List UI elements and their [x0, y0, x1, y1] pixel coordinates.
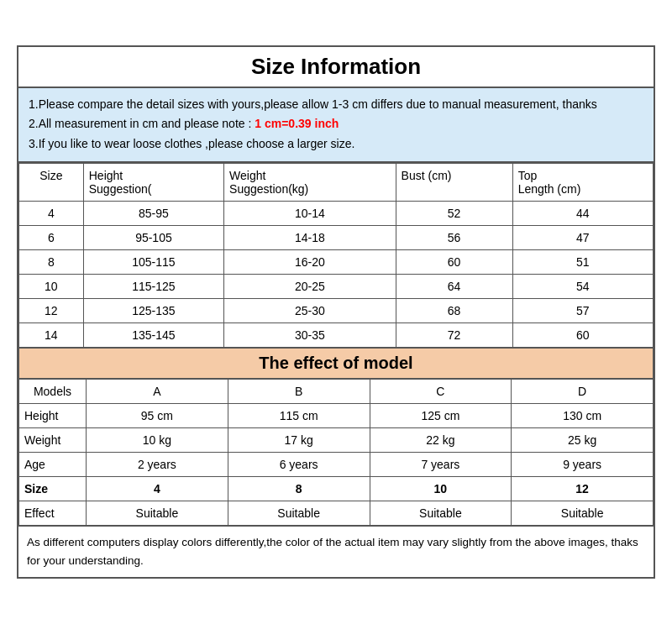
cell-height: 95-105 — [83, 225, 223, 249]
cell-top-length: 60 — [512, 322, 653, 347]
model-row-label: Size — [19, 476, 87, 501]
size-table-row: 14 135-145 30-35 72 60 — [19, 322, 654, 347]
cell-size: 14 — [19, 322, 84, 347]
model-row-value: 12 — [512, 476, 654, 501]
note-2: 2.All measurement in cm and please note … — [29, 114, 643, 134]
model-row-value: 130 cm — [512, 403, 654, 427]
model-data-row: Size481012 — [19, 476, 654, 501]
model-row-value: 95 cm — [87, 403, 228, 427]
cell-size: 4 — [19, 201, 84, 225]
model-row-value: 22 kg — [370, 427, 512, 452]
model-col-header: Models — [19, 379, 87, 403]
model-row-label: Effect — [19, 501, 87, 525]
model-section-header: The effect of model — [19, 348, 654, 378]
cell-top-length: 57 — [512, 298, 653, 322]
size-table: Size HeightSuggestion( WeightSuggestion(… — [18, 163, 654, 348]
model-data-row: Age2 years6 years7 years9 years — [19, 452, 654, 476]
cell-height: 105-115 — [83, 249, 223, 274]
cell-size: 10 — [19, 274, 84, 298]
model-row-value: 4 — [87, 476, 228, 501]
header-weight: WeightSuggestion(kg) — [224, 163, 396, 201]
cell-weight: 30-35 — [224, 322, 396, 347]
model-row-label: Age — [19, 452, 87, 476]
model-col-header: D — [512, 379, 654, 403]
model-row-value: 9 years — [512, 452, 654, 476]
header-height: HeightSuggestion( — [83, 163, 223, 201]
model-col-header: C — [370, 379, 512, 403]
model-table: ModelsABCDHeight95 cm115 cm125 cm130 cmW… — [18, 379, 654, 526]
cell-bust: 56 — [396, 225, 512, 249]
note-3: 3.If you like to wear loose clothes ,ple… — [29, 134, 643, 155]
model-row-value: Suitable — [370, 501, 512, 525]
page-title: Size Information — [18, 47, 654, 88]
note-2-highlight: 1 cm=0.39 inch — [255, 117, 339, 130]
model-row-value: 6 years — [228, 452, 370, 476]
model-section-title: The effect of model — [19, 348, 654, 378]
model-col-header: A — [87, 379, 228, 403]
cell-bust: 52 — [396, 201, 512, 225]
footer-section: As different computers display colors di… — [18, 526, 654, 578]
cell-top-length: 47 — [512, 225, 653, 249]
header-top-length: TopLength (cm) — [512, 163, 653, 201]
model-data-row: Weight10 kg17 kg22 kg25 kg — [19, 427, 654, 452]
size-table-row: 8 105-115 16-20 60 51 — [19, 249, 654, 274]
model-row-value: 125 cm — [370, 403, 512, 427]
cell-top-length: 54 — [512, 274, 653, 298]
size-table-header-row: Size HeightSuggestion( WeightSuggestion(… — [19, 163, 654, 201]
cell-weight: 10-14 — [224, 201, 396, 225]
cell-top-length: 51 — [512, 249, 653, 274]
cell-bust: 64 — [396, 274, 512, 298]
model-row-value: 17 kg — [228, 427, 370, 452]
model-header-table: The effect of model — [18, 348, 654, 379]
cell-bust: 60 — [396, 249, 512, 274]
header-size: Size — [19, 163, 84, 201]
model-col-header: B — [228, 379, 370, 403]
cell-size: 12 — [19, 298, 84, 322]
cell-height: 135-145 — [83, 322, 223, 347]
cell-size: 6 — [19, 225, 84, 249]
model-row-value: 25 kg — [512, 427, 654, 452]
size-table-row: 6 95-105 14-18 56 47 — [19, 225, 654, 249]
cell-height: 115-125 — [83, 274, 223, 298]
header-bust: Bust (cm) — [396, 163, 512, 201]
model-row-value: 7 years — [370, 452, 512, 476]
cell-bust: 72 — [396, 322, 512, 347]
model-row-value: 10 kg — [87, 427, 228, 452]
model-row-value: Suitable — [87, 501, 228, 525]
cell-weight: 14-18 — [224, 225, 396, 249]
model-row-value: Suitable — [512, 501, 654, 525]
cell-bust: 68 — [396, 298, 512, 322]
notes-section: 1.Please compare the detail sizes with y… — [18, 88, 654, 163]
model-data-row: EffectSuitableSuitableSuitableSuitable — [19, 501, 654, 525]
cell-weight: 25-30 — [224, 298, 396, 322]
cell-height: 85-95 — [83, 201, 223, 225]
model-row-value: 10 — [370, 476, 512, 501]
model-row-label: Height — [19, 403, 87, 427]
size-table-row: 12 125-135 25-30 68 57 — [19, 298, 654, 322]
cell-weight: 16-20 — [224, 249, 396, 274]
size-info-container: Size Information 1.Please compare the de… — [17, 45, 655, 579]
cell-top-length: 44 — [512, 201, 653, 225]
model-row-value: Suitable — [228, 501, 370, 525]
model-row-value: 115 cm — [228, 403, 370, 427]
model-row-label: Weight — [19, 427, 87, 452]
model-row-value: 2 years — [87, 452, 228, 476]
cell-weight: 20-25 — [224, 274, 396, 298]
cell-size: 8 — [19, 249, 84, 274]
size-table-row: 4 85-95 10-14 52 44 — [19, 201, 654, 225]
model-row-value: 8 — [228, 476, 370, 501]
model-col-header-row: ModelsABCD — [19, 379, 654, 403]
cell-height: 125-135 — [83, 298, 223, 322]
size-table-row: 10 115-125 20-25 64 54 — [19, 274, 654, 298]
model-data-row: Height95 cm115 cm125 cm130 cm — [19, 403, 654, 427]
note-1: 1.Please compare the detail sizes with y… — [29, 95, 643, 115]
